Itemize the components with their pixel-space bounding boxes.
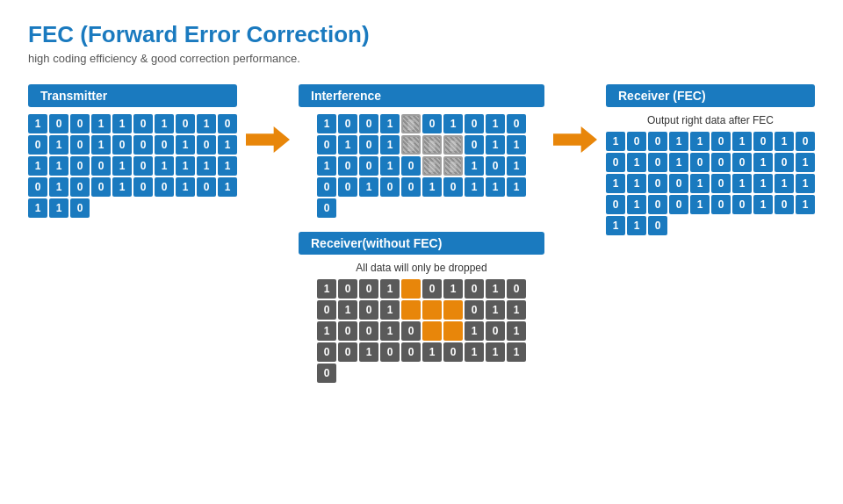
bit-cell: 1 <box>218 135 237 155</box>
bit-cell: 1 <box>91 135 111 155</box>
bit-cell: 0 <box>338 321 357 341</box>
bit-cell: 0 <box>70 114 90 133</box>
bit-cell: 1 <box>176 135 195 155</box>
bit-cell: 0 <box>648 174 667 193</box>
interference-column: Interference 1001▒010100101▒▒▒01110010▒▒… <box>299 84 544 383</box>
bit-cell: ▒ <box>443 156 463 176</box>
bit-cell: 1 <box>91 114 111 133</box>
bit-cell: 1 <box>317 114 336 133</box>
bit-cell: 0 <box>648 132 667 151</box>
bit-cell: 0 <box>606 153 625 172</box>
bit-cell: 1 <box>627 195 646 214</box>
bit-cell: 1 <box>507 177 526 197</box>
page-title: FEC (Forward Error Correction) <box>28 21 815 48</box>
bit-cell: 0 <box>711 153 731 172</box>
bit-cell: 0 <box>486 156 505 176</box>
bit-cell: 1 <box>49 177 68 197</box>
bit-cell: 1 <box>627 153 646 172</box>
transmitter-grid: 1001101010010100010111001011110100100101… <box>28 114 237 218</box>
bit-cell: 1 <box>690 132 710 151</box>
bit-cell: 0 <box>197 135 216 155</box>
bit-cell: 0 <box>359 300 378 320</box>
bit-cell: 0 <box>775 153 794 172</box>
bit-cell: 1 <box>753 195 773 214</box>
bit-cell: 0 <box>627 132 646 151</box>
bit-cell: 0 <box>401 321 421 341</box>
bit-cell: 0 <box>648 195 667 214</box>
bit-cell: 0 <box>112 135 132 155</box>
bit-cell: 0 <box>155 177 174 197</box>
bit-cell: 0 <box>753 132 773 151</box>
bit-cell: 1 <box>690 174 710 193</box>
bit-cell: 1 <box>732 174 752 193</box>
bit-cell: 0 <box>380 177 400 197</box>
bit-cell: ▒ <box>443 135 463 155</box>
bit-cell: 0 <box>443 177 463 197</box>
bit-cell: 1 <box>465 177 484 197</box>
bit-cell: 1 <box>775 174 794 193</box>
bit-cell <box>401 279 421 299</box>
bit-cell: 1 <box>112 156 132 176</box>
bit-cell: 0 <box>28 177 47 197</box>
bit-cell: 1 <box>422 342 442 362</box>
bit-cell: 0 <box>401 177 421 197</box>
receiver-fec-grid: 1001101010010100010111001011110100100101… <box>606 132 815 235</box>
transmitter-box: Transmitter 1001101010010100010111001011… <box>28 84 237 218</box>
receiver-nofec-note: All data will only be dropped <box>356 262 486 274</box>
bit-cell: 1 <box>465 342 484 362</box>
bit-cell: 0 <box>133 156 153 176</box>
bit-cell: 0 <box>465 135 484 155</box>
bit-cell: 1 <box>49 156 68 176</box>
bit-cell: 1 <box>359 177 378 197</box>
bit-cell: 1 <box>690 195 710 214</box>
bit-cell: 1 <box>28 156 47 176</box>
bit-cell: 1 <box>732 132 752 151</box>
bit-cell: 1 <box>606 216 625 235</box>
bit-cell: ▒ <box>422 135 442 155</box>
bit-cell: 1 <box>176 177 195 197</box>
bit-cell: 0 <box>401 156 421 176</box>
bit-cell: 1 <box>796 195 815 214</box>
bit-cell: 0 <box>669 195 688 214</box>
bit-cell: 0 <box>317 135 336 155</box>
bit-cell: 1 <box>606 174 625 193</box>
bit-cell: 0 <box>422 114 442 133</box>
receiver-nofec-box: Receiver(without FEC) All data will only… <box>299 232 544 383</box>
bit-cell: 0 <box>317 364 336 383</box>
bit-cell: 1 <box>486 177 505 197</box>
receiver-fec-box: Receiver (FEC) Output right data after F… <box>606 84 815 235</box>
bit-cell: 1 <box>796 153 815 172</box>
bit-cell: 1 <box>218 156 237 176</box>
arrow-right-1 <box>237 124 299 155</box>
bit-cell: 0 <box>711 195 731 214</box>
bit-cell: ▒ <box>401 135 421 155</box>
bit-cell: 0 <box>49 114 68 133</box>
receiver-fec-note: Output right data after FEC <box>647 114 774 126</box>
bit-cell: 1 <box>486 135 505 155</box>
bit-cell <box>422 300 442 320</box>
bit-cell: 1 <box>176 156 195 176</box>
bit-cell: 0 <box>796 132 815 151</box>
bit-cell: 1 <box>627 216 646 235</box>
bit-cell: 0 <box>359 321 378 341</box>
bit-cell: 1 <box>317 321 336 341</box>
bit-cell: 1 <box>775 132 794 151</box>
bit-cell: 0 <box>669 174 688 193</box>
bit-cell: 0 <box>317 177 336 197</box>
bit-cell: 0 <box>91 177 111 197</box>
bit-cell: 0 <box>70 177 90 197</box>
bit-cell: 1 <box>669 153 688 172</box>
bit-cell: 0 <box>380 342 400 362</box>
bit-cell: 1 <box>49 135 68 155</box>
bit-cell <box>422 321 442 341</box>
bit-cell: 0 <box>775 195 794 214</box>
bit-cell: 0 <box>732 153 752 172</box>
bit-cell: 0 <box>507 279 526 299</box>
bit-cell: 0 <box>338 114 357 133</box>
interference-header: Interference <box>299 84 544 107</box>
bit-cell <box>443 321 463 341</box>
bit-cell: 0 <box>28 135 47 155</box>
bit-cell: 1 <box>443 279 463 299</box>
bit-cell: 1 <box>112 114 132 133</box>
bit-cell: 0 <box>218 114 237 133</box>
